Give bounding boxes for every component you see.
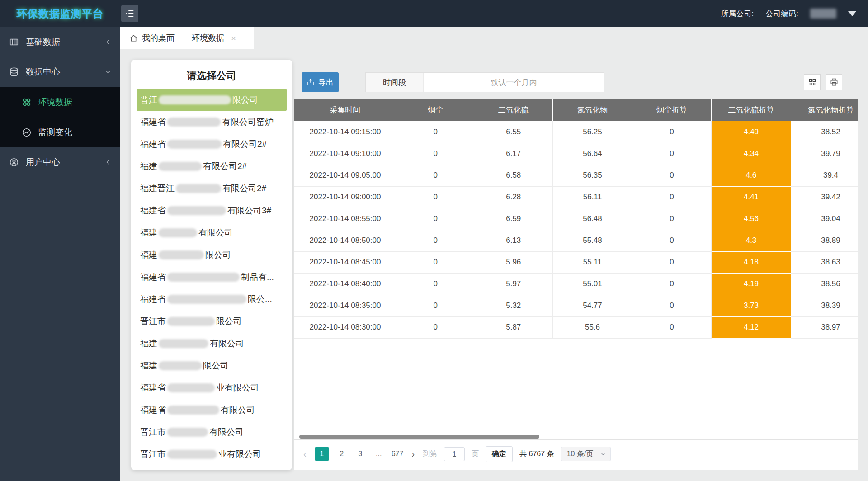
table-cell: 0 — [632, 273, 712, 295]
page-size-value: 10 条/页 — [567, 449, 594, 459]
company-list: 晋江限公司福建省有限公司窑炉福建省有限公司2#福建有限公司2#福建晋江有限公司2… — [131, 88, 292, 465]
redacted-company-name — [167, 295, 246, 304]
sidebar-item-user-center[interactable]: 用户中心 — [0, 147, 120, 177]
page-number-button[interactable]: 677 — [392, 447, 404, 461]
select-chevron-down-icon — [600, 451, 606, 457]
company-list-item[interactable]: 福建省有限公司3# — [137, 199, 287, 222]
sidebar-subitem-environment-data[interactable]: 环境数据 — [0, 87, 120, 117]
company-list-item[interactable]: 福建省有限公司2# — [137, 133, 287, 155]
column-header: 氮氧化物 — [553, 99, 632, 121]
redacted-company-name — [167, 206, 226, 215]
redacted-company-name — [159, 162, 202, 171]
table-cell: 2022-10-14 08:35:00 — [294, 295, 396, 316]
company-list-item[interactable]: 晋江市有限公司 — [137, 421, 287, 443]
company-list-item[interactable]: 福建有限公司 — [137, 222, 287, 244]
company-name-suffix: 限公司 — [232, 94, 258, 106]
company-name-prefix: 晋江市 — [140, 316, 166, 327]
horizontal-scrollbar-thumb[interactable] — [299, 435, 539, 439]
table-cell: 39.42 — [791, 186, 859, 208]
table-cell: 0 — [396, 251, 475, 273]
page-unit-label: 页 — [472, 449, 479, 459]
table-cell: 39.4 — [791, 165, 859, 186]
column-settings-icon — [808, 78, 817, 87]
table-cell: 56.48 — [553, 208, 632, 230]
so2-converted-cell: 4.3 — [712, 230, 791, 251]
column-settings-button[interactable] — [804, 74, 821, 90]
company-list-item[interactable]: 福建省有限公司 — [137, 399, 287, 421]
jump-page-input[interactable]: 1 — [444, 447, 465, 461]
page-number-button[interactable]: 1 — [315, 447, 329, 461]
table-cell: 0 — [396, 295, 475, 316]
account-dropdown-icon[interactable] — [848, 11, 856, 16]
company-list-item[interactable]: 福建限公司 — [137, 244, 287, 266]
page-size-select[interactable]: 10 条/页 — [561, 447, 611, 461]
redacted-company-name — [167, 118, 221, 127]
company-name-suffix: 有限公司3# — [227, 205, 271, 217]
company-list-item[interactable]: 晋江限公司 — [137, 89, 287, 111]
chevron-down-icon — [105, 69, 111, 75]
table-cell: 2022-10-14 08:55:00 — [294, 208, 396, 230]
company-list-item[interactable]: 福建限公司 — [137, 354, 287, 377]
page-ellipsis: ... — [373, 447, 385, 461]
table-cell: 56.35 — [553, 165, 632, 186]
redacted-company-name — [159, 95, 231, 104]
company-list-item[interactable]: 福建省制品有... — [137, 266, 287, 288]
sidebar-item-data-center[interactable]: 数据中心 — [0, 57, 120, 87]
prev-page-button[interactable]: ‹ — [302, 449, 308, 459]
company-list-item[interactable]: 晋江市业有限公司 — [137, 443, 287, 465]
company-list-item[interactable]: 晋江市限公司 — [137, 310, 287, 332]
sidebar-item-label: 用户中心 — [26, 156, 60, 168]
company-select-panel: 请选择公司 晋江限公司福建省有限公司窑炉福建省有限公司2#福建有限公司2#福建晋… — [131, 60, 292, 470]
company-list-item[interactable]: 福建省业有限公司 — [137, 377, 287, 399]
company-list-item[interactable]: 福建有限公司 — [137, 332, 287, 354]
content-area: 请选择公司 晋江限公司福建省有限公司窑炉福建省有限公司2#福建有限公司2#福建晋… — [120, 49, 868, 481]
sidebar-subitem-label: 监测变化 — [38, 127, 72, 138]
table-cell: 6.55 — [475, 121, 553, 143]
tab-my-desktop[interactable]: 我的桌面 — [120, 33, 185, 43]
export-button-label: 导出 — [318, 77, 334, 88]
so2-converted-cell: 4.19 — [712, 273, 791, 295]
next-page-button[interactable]: › — [410, 449, 416, 459]
column-header: 烟尘 — [396, 99, 475, 121]
table-row: 2022-10-14 08:30:0005.8755.604.1238.97 — [294, 316, 859, 338]
sidebar-item-basic-data[interactable]: 基础数据 — [0, 27, 120, 57]
table-cell: 2022-10-14 09:05:00 — [294, 165, 396, 186]
company-name-prefix: 福建 — [140, 360, 157, 372]
export-button[interactable]: 导出 — [302, 72, 339, 92]
table-cell: 55.11 — [553, 251, 632, 273]
so2-converted-cell: 4.18 — [712, 251, 791, 273]
company-list-item[interactable]: 福建省限公... — [137, 288, 287, 310]
company-code-value-redacted — [810, 9, 836, 19]
time-range-input[interactable]: 默认一个月内 — [424, 73, 604, 92]
company-list-item[interactable]: 福建省有限公司窑炉 — [137, 111, 287, 133]
sidebar-toggle-button[interactable] — [121, 5, 138, 22]
company-list-item[interactable]: 福建有限公司2# — [137, 155, 287, 177]
redacted-company-name — [167, 406, 219, 415]
redacted-company-name — [159, 250, 204, 259]
confirm-button[interactable]: 确定 — [486, 446, 513, 462]
close-tab-icon[interactable]: × — [231, 34, 236, 42]
page-number-button[interactable]: 2 — [336, 447, 348, 461]
tab-bar: 我的桌面 环境数据 × — [120, 27, 868, 49]
table-cell: 55.6 — [553, 316, 632, 338]
table-cell: 38.89 — [791, 230, 859, 251]
company-name-prefix: 晋江市 — [140, 448, 166, 460]
table-cell: 56.25 — [553, 121, 632, 143]
table-row: 2022-10-14 08:50:0006.1355.4804.338.89 — [294, 230, 859, 251]
tab-my-desktop-label: 我的桌面 — [142, 33, 175, 43]
page-number-button[interactable]: 3 — [354, 447, 366, 461]
company-name-suffix: 有限公司窑炉 — [222, 116, 274, 128]
sidebar-subitem-monitor-change[interactable]: 监测变化 — [0, 117, 120, 147]
tab-environment-data[interactable]: 环境数据 × — [185, 33, 242, 43]
column-header: 氮氧化物折算 — [791, 99, 859, 121]
table-cell: 2022-10-14 08:45:00 — [294, 251, 396, 273]
table-cell: 55.48 — [553, 230, 632, 251]
pagination: ‹ 123...677 › 到第 1 页 确定 共 6767 条 10 条/页 — [302, 443, 611, 465]
table-cell: 2022-10-14 09:00:00 — [294, 186, 396, 208]
table-cell: 6.58 — [475, 165, 553, 186]
redacted-company-name — [167, 140, 222, 149]
table-cell: 0 — [632, 143, 712, 165]
table-cell: 0 — [632, 186, 712, 208]
company-list-item[interactable]: 福建晋江有限公司2# — [137, 177, 287, 199]
print-button[interactable] — [826, 74, 842, 90]
